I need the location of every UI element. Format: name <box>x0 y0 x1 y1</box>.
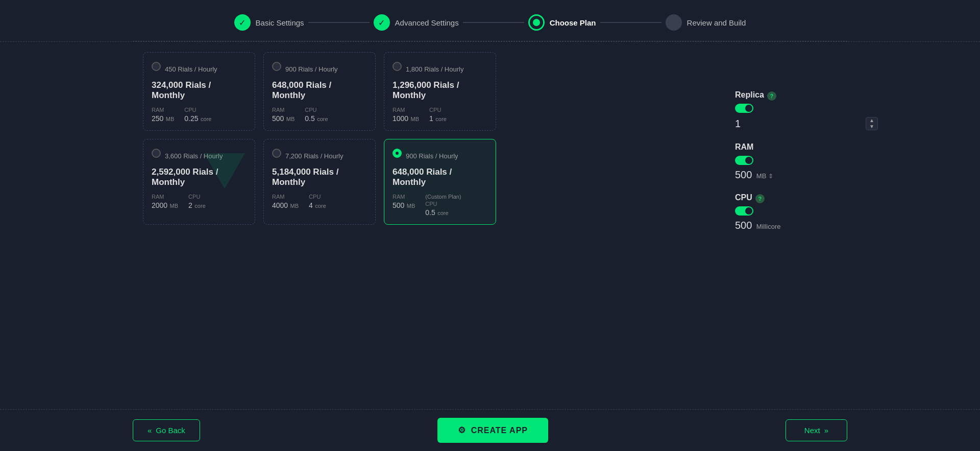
plan-5-ram-val: 4000 <box>272 201 288 209</box>
plan-custom-cpu-unit: core <box>437 210 448 216</box>
connector-3 <box>600 22 662 23</box>
plan-radio-2[interactable] <box>272 62 281 71</box>
go-back-button[interactable]: « Go Back <box>133 419 200 441</box>
connector-2 <box>463 22 524 23</box>
plan-custom-monthly: 648,000 Rials / Monthly <box>393 167 487 187</box>
plan-4-cpu-label: CPU <box>188 194 206 200</box>
plan-4-cpu-val: 2 <box>188 201 192 209</box>
ram-label: RAM <box>735 143 753 152</box>
plan-2-cpu-val: 0.5 <box>305 114 314 123</box>
plan-radio-3[interactable] <box>393 62 402 71</box>
plan-2-ram-val: 500 <box>272 114 284 123</box>
plan-custom-ram-unit: MB <box>407 203 415 209</box>
stepper: ✓ Basic Settings ✓ Advanced Settings Cho… <box>0 0 980 41</box>
plan-2-cpu-unit: core <box>317 116 328 122</box>
plan-3-ram-label: RAM <box>393 107 419 113</box>
gear-icon: ⚙ <box>458 425 466 436</box>
plan-2-cpu-label: CPU <box>305 107 328 113</box>
plan-2-ram-unit: MB <box>286 116 295 122</box>
plan-card-5[interactable]: 7,200 Rials / Hourly 5,184,000 Rials / M… <box>263 139 376 225</box>
replica-label: Replica <box>735 90 764 100</box>
bottom-bar: « Go Back ⚙ CREATE APP Next » <box>0 409 980 451</box>
step-icon-advanced: ✓ <box>374 14 390 31</box>
ram-unit-toggle[interactable]: ⇕ <box>768 173 773 180</box>
ram-section: RAM 500 MB ⇕ <box>735 143 878 181</box>
replica-increment[interactable]: ▲ <box>866 117 877 124</box>
plan-2-ram-label: RAM <box>272 107 295 113</box>
cpu-help-icon[interactable]: ? <box>755 194 765 203</box>
go-back-label: Go Back <box>156 426 185 435</box>
plan-4-ram-val: 2000 <box>152 201 167 209</box>
plan-5-ram-unit: MB <box>290 203 299 209</box>
plans-grid: 450 Rials / Hourly 324,000 Rials / Month… <box>143 52 837 225</box>
plan-custom-ram-label: RAM <box>393 194 415 200</box>
ram-unit: MB ⇕ <box>756 172 773 180</box>
plan-card-2[interactable]: 900 Rials / Hourly 648,000 Rials / Month… <box>263 52 376 131</box>
create-app-button[interactable]: ⚙ CREATE APP <box>437 418 548 443</box>
plan-card-3[interactable]: 1,800 Rials / Hourly 1,296,000 Rials / M… <box>384 52 496 131</box>
replica-toggle[interactable] <box>735 104 753 113</box>
ram-toggle[interactable] <box>735 156 753 165</box>
step-icon-basic: ✓ <box>234 14 251 31</box>
plan-1-ram-val: 250 <box>152 114 163 123</box>
step-icon-choose-plan <box>528 14 545 31</box>
plan-custom-hourly: 900 Rials / Hourly <box>406 152 458 160</box>
plan-4-cpu-unit: core <box>194 203 205 209</box>
replica-value: 1 <box>735 118 741 130</box>
step-review-build: Review and Build <box>666 14 746 31</box>
plan-1-cpu-unit: core <box>201 116 211 122</box>
step-label-review: Review and Build <box>687 18 746 27</box>
plan-2-hourly: 900 Rials / Hourly <box>285 65 338 73</box>
plan-custom-ram-val: 500 <box>393 201 404 209</box>
plan-5-monthly: 5,184,000 Rials / Monthly <box>272 167 367 187</box>
plan-3-hourly: 1,800 Rials / Hourly <box>406 65 463 73</box>
plan-5-ram-label: RAM <box>272 194 299 200</box>
plan-1-hourly: 450 Rials / Hourly <box>165 65 217 73</box>
replica-spinner[interactable]: ▲ ▼ <box>866 117 878 130</box>
plan-3-cpu-unit: core <box>435 116 446 122</box>
connector-1 <box>308 22 370 23</box>
replica-help-icon[interactable]: ? <box>767 91 776 101</box>
plan-card-custom[interactable]: 900 Rials / Hourly 648,000 Rials / Month… <box>384 139 496 225</box>
plan-custom-cpu-val: 0.5 <box>425 208 435 217</box>
plan-3-monthly: 1,296,000 Rials / Monthly <box>393 80 487 101</box>
plan-1-monthly: 324,000 Rials / Monthly <box>152 80 247 101</box>
plan-3-cpu-label: CPU <box>429 107 447 113</box>
plan-5-cpu-unit: core <box>315 203 326 209</box>
plan-1-cpu-val: 0.25 <box>184 114 198 123</box>
plan-card-1[interactable]: 450 Rials / Hourly 324,000 Rials / Month… <box>143 52 255 131</box>
step-label-advanced: Advanced Settings <box>395 18 459 27</box>
plan-5-cpu-val: 4 <box>309 201 313 209</box>
next-label: Next <box>804 426 820 435</box>
create-app-label: CREATE APP <box>471 426 528 435</box>
plan-4-ram-unit: MB <box>170 203 179 209</box>
ram-value: 500 <box>735 169 752 180</box>
step-label-choose-plan: Choose Plan <box>550 18 596 27</box>
step-basic-settings: ✓ Basic Settings <box>234 14 304 31</box>
plan-radio-4[interactable] <box>152 149 161 158</box>
cpu-unit: Millicore <box>756 223 781 230</box>
replica-decrement[interactable]: ▼ <box>866 124 877 130</box>
plan-3-cpu-val: 1 <box>429 114 433 123</box>
cpu-value: 500 <box>735 220 752 231</box>
cpu-toggle[interactable] <box>735 206 753 216</box>
step-advanced-settings: ✓ Advanced Settings <box>374 14 459 31</box>
plan-5-hourly: 7,200 Rials / Hourly <box>285 152 343 160</box>
plan-3-ram-unit: MB <box>411 116 420 122</box>
step-choose-plan: Choose Plan <box>528 14 596 31</box>
plan-3-ram-val: 1000 <box>393 114 408 123</box>
back-arrow-icon: « <box>148 426 152 435</box>
main-content: 450 Rials / Hourly 324,000 Rials / Month… <box>0 41 980 235</box>
right-panel: Replica ? 1 ▲ ▼ RAM 500 <box>735 90 878 244</box>
cpu-label: CPU <box>735 193 752 202</box>
next-button[interactable]: Next » <box>786 419 847 441</box>
plan-radio-custom[interactable] <box>393 149 402 158</box>
plan-radio-5[interactable] <box>272 149 281 158</box>
plan-1-ram-label: RAM <box>152 107 174 113</box>
deco-triangle <box>204 153 245 189</box>
next-arrow-icon: » <box>824 426 828 435</box>
step-icon-review <box>666 14 682 31</box>
plan-5-cpu-label: CPU <box>309 194 326 200</box>
cpu-section: CPU ? 500 Millicore <box>735 193 878 231</box>
plan-radio-1[interactable] <box>152 62 161 71</box>
